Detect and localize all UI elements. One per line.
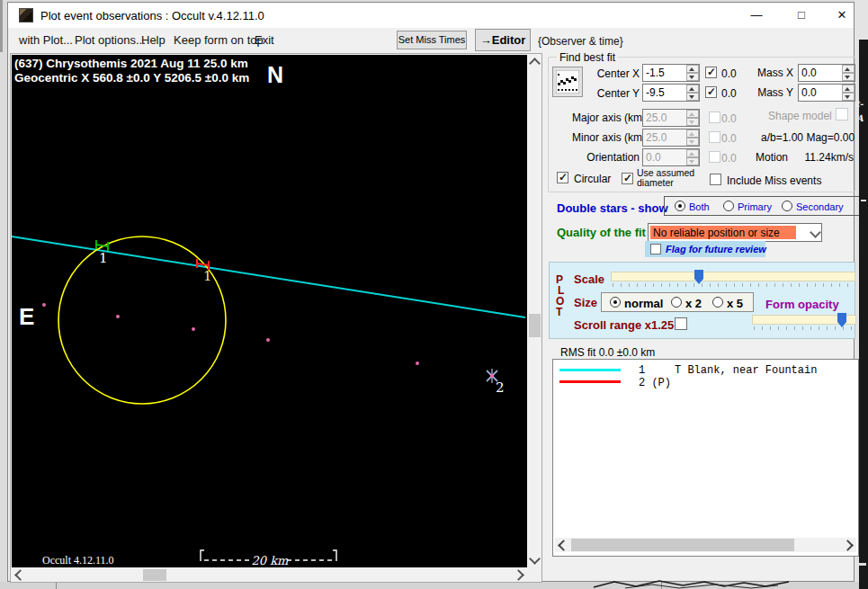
circular-label: Circular — [574, 173, 611, 185]
double-stars-secondary-radio[interactable] — [782, 201, 792, 211]
mass-y-label: Mass Y — [752, 86, 793, 99]
menu-exit[interactable]: Exit — [255, 33, 274, 47]
size-label: Size — [574, 296, 597, 309]
size-normal-label[interactable]: normal — [624, 297, 663, 310]
scale-slider-ticks — [613, 283, 854, 287]
legend-scroll-left-icon[interactable] — [555, 538, 569, 552]
circular-checkbox[interactable] — [557, 172, 568, 183]
plot-letter-t: T — [556, 306, 562, 318]
plot-canvas[interactable]: (637) Chrysothemis 2021 Aug 11 25.0 km G… — [12, 55, 527, 567]
center-x-spinner[interactable] — [686, 65, 699, 81]
menu-help[interactable]: Help — [141, 33, 166, 47]
legend-line-chord1 — [559, 369, 621, 371]
include-miss-checkbox[interactable] — [710, 174, 721, 185]
orientation-field — [642, 148, 700, 166]
mass-x-input[interactable] — [799, 65, 842, 81]
minor-axis-error: 0.0 — [721, 132, 737, 145]
set-miss-times-button[interactable]: Set Miss Times — [397, 31, 467, 49]
size-x5-radio[interactable] — [712, 297, 723, 308]
quality-dropdown[interactable]: No reliable position or size — [648, 223, 822, 242]
orientation-fix-checkbox — [709, 151, 720, 163]
dropdown-chevron-icon[interactable] — [811, 227, 819, 239]
plot-header-line1: (637) Chrysothemis 2021 Aug 11 25.0 km — [14, 57, 248, 70]
size-x5-label[interactable]: x 5 — [727, 297, 743, 310]
size-x2-radio[interactable] — [671, 297, 682, 308]
center-y-label: Center Y — [577, 87, 640, 100]
menu-keep-form-on-top[interactable]: Keep form on top — [174, 33, 264, 47]
double-stars-primary-label[interactable]: Primary — [738, 201, 772, 212]
center-x-label: Center X — [577, 67, 640, 80]
mass-y-field[interactable] — [798, 84, 855, 102]
center-x-field[interactable] — [642, 64, 700, 82]
center-y-fix-checkbox[interactable] — [705, 86, 717, 98]
size-x2-label[interactable]: x 2 — [685, 297, 702, 310]
major-axis-input — [643, 110, 686, 126]
size-normal-radio[interactable] — [610, 297, 621, 308]
scroll-down-icon[interactable] — [528, 553, 541, 567]
major-axis-fix-checkbox — [709, 112, 720, 123]
scroll-range-checkbox[interactable] — [675, 317, 687, 330]
flag-review-checkbox[interactable] — [650, 244, 661, 254]
minimize-button[interactable]: — — [738, 3, 774, 28]
mass-y-input[interactable] — [799, 85, 842, 101]
double-stars-both-label[interactable]: Both — [689, 201, 710, 212]
east-label: E — [19, 303, 34, 330]
shape-model-label: Shape model — [768, 110, 831, 122]
legend-hscrollbar[interactable] — [555, 538, 856, 552]
double-stars-secondary-label[interactable]: Secondary — [796, 201, 844, 212]
mass-x-field[interactable] — [798, 64, 855, 82]
center-x-input[interactable] — [643, 65, 686, 81]
legend-scroll-right-icon[interactable] — [842, 538, 856, 552]
chord1-entry-label: 1 — [99, 250, 108, 266]
legend-scroll-thumb[interactable] — [571, 539, 794, 551]
scroll-up-icon[interactable] — [528, 55, 541, 69]
hscroll-thumb[interactable] — [143, 569, 166, 581]
station-dots — [42, 303, 419, 365]
double-stars-both-radio[interactable] — [675, 201, 685, 211]
minor-axis-fix-checkbox — [709, 131, 720, 143]
use-assumed-label: Use assumed diameter — [637, 168, 707, 188]
menu-with-plot[interactable]: with Plot... — [19, 33, 73, 47]
motion-value: 11.24km/s — [803, 151, 854, 164]
minor-axis-label: Minor axis (km) — [572, 131, 640, 144]
center-x-fix-checkbox[interactable] — [705, 67, 717, 78]
quality-value: No reliable position or size — [653, 227, 780, 239]
center-y-input[interactable] — [643, 85, 686, 101]
center-y-spinner[interactable] — [686, 85, 699, 101]
app-window: Plot event observations : Occult v.4.12.… — [7, 2, 855, 582]
mass-x-spinner[interactable] — [842, 65, 855, 81]
opacity-slider-ticks — [754, 326, 855, 330]
scale-slider-track[interactable] — [611, 272, 855, 281]
plot-vscrollbar[interactable] — [528, 55, 541, 567]
background-text-fragment: t- — [855, 99, 864, 109]
mass-x-label: Mass X — [752, 67, 793, 79]
scale-label: Scale — [574, 272, 604, 286]
scroll-left-icon[interactable] — [12, 568, 26, 582]
include-miss-label: Include Miss events — [727, 174, 821, 187]
observer-time-label: {Observer & time} — [538, 35, 623, 48]
vscroll-thumb[interactable] — [529, 314, 541, 337]
menu-bar: with Plot... Plot options... Help Keep f… — [8, 28, 854, 53]
quality-label: Quality of the fit — [557, 226, 646, 239]
legend-line-chord2 — [559, 380, 621, 383]
editor-button[interactable]: →Editor — [475, 29, 531, 51]
plot-hscrollbar[interactable] — [12, 568, 527, 582]
use-assumed-line2: diameter — [637, 177, 674, 188]
center-y-field[interactable] — [642, 84, 700, 102]
maximize-button[interactable]: □ — [783, 3, 819, 28]
scroll-right-icon[interactable] — [513, 568, 527, 582]
close-button[interactable]: ✕ — [824, 3, 860, 28]
major-axis-spinner — [686, 110, 699, 126]
center-y-error: 0.0 — [721, 87, 737, 100]
orientation-input — [643, 149, 686, 165]
menu-plot-options[interactable]: Plot options... — [75, 33, 146, 47]
mass-y-spinner[interactable] — [842, 85, 855, 101]
chord1-exit-label: 1 — [203, 268, 212, 284]
legend-row1-name: T Blank, near Fountain — [675, 364, 817, 377]
major-axis-field — [642, 109, 700, 127]
use-assumed-checkbox[interactable] — [622, 173, 633, 184]
title-bar[interactable]: Plot event observations : Occult v.4.12.… — [8, 3, 854, 28]
background-text-fragment: A — [856, 113, 864, 123]
asteroid-circle — [58, 236, 226, 404]
double-stars-primary-radio[interactable] — [723, 201, 734, 211]
